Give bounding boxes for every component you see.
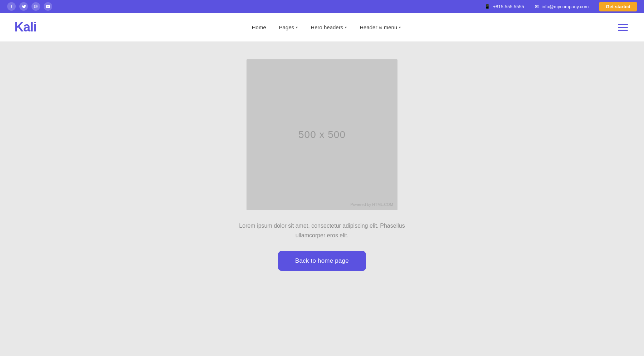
hero-chevron-icon: ▾ bbox=[345, 25, 347, 29]
top-bar-right: 📱 +815.555.5555 ✉ info@mycompany.com Get… bbox=[484, 2, 637, 11]
instagram-icon[interactable] bbox=[31, 2, 40, 11]
description-text: Lorem ipsum dolor sit amet, consectetur … bbox=[229, 221, 415, 240]
svg-point-2 bbox=[36, 5, 37, 6]
menu-chevron-icon: ▾ bbox=[399, 25, 401, 29]
phone-number: +815.555.5555 bbox=[493, 4, 524, 9]
nav-header-menu[interactable]: Header & menu ▾ bbox=[360, 24, 401, 30]
hamburger-button[interactable] bbox=[616, 22, 630, 33]
get-started-button[interactable]: Get started bbox=[599, 2, 637, 11]
hamburger-line-2 bbox=[618, 27, 628, 28]
main-content: 500 x 500 Powered by HTML.COM Lorem ipsu… bbox=[0, 41, 644, 356]
email-icon: ✉ bbox=[535, 4, 539, 9]
hamburger-line-1 bbox=[618, 24, 628, 25]
facebook-icon[interactable] bbox=[7, 2, 16, 11]
nav-home[interactable]: Home bbox=[252, 24, 266, 30]
svg-point-1 bbox=[35, 6, 36, 7]
placeholder-size-text: 500 x 500 bbox=[298, 129, 346, 140]
placeholder-image: 500 x 500 Powered by HTML.COM bbox=[247, 59, 397, 210]
phone-icon: 📱 bbox=[484, 4, 490, 9]
nav-pages[interactable]: Pages ▾ bbox=[279, 24, 298, 30]
nav-links: Home Pages ▾ Hero headers ▾ Header & men… bbox=[252, 24, 401, 30]
top-bar: 📱 +815.555.5555 ✉ info@mycompany.com Get… bbox=[0, 0, 644, 13]
email-contact: ✉ info@mycompany.com bbox=[535, 4, 589, 9]
twitter-icon[interactable] bbox=[19, 2, 28, 11]
phone-contact: 📱 +815.555.5555 bbox=[484, 4, 524, 9]
youtube-icon[interactable] bbox=[44, 2, 52, 11]
nav-hero-headers[interactable]: Hero headers ▾ bbox=[311, 24, 347, 30]
hamburger-line-3 bbox=[618, 30, 628, 31]
navbar: Kali Home Pages ▾ Hero headers ▾ Header … bbox=[0, 13, 644, 41]
pages-chevron-icon: ▾ bbox=[296, 25, 298, 29]
social-icons bbox=[7, 2, 52, 11]
back-to-home-button[interactable]: Back to home page bbox=[278, 251, 366, 271]
email-address: info@mycompany.com bbox=[542, 4, 589, 9]
powered-by-text: Powered by HTML.COM bbox=[350, 202, 393, 207]
logo[interactable]: Kali bbox=[14, 20, 36, 35]
